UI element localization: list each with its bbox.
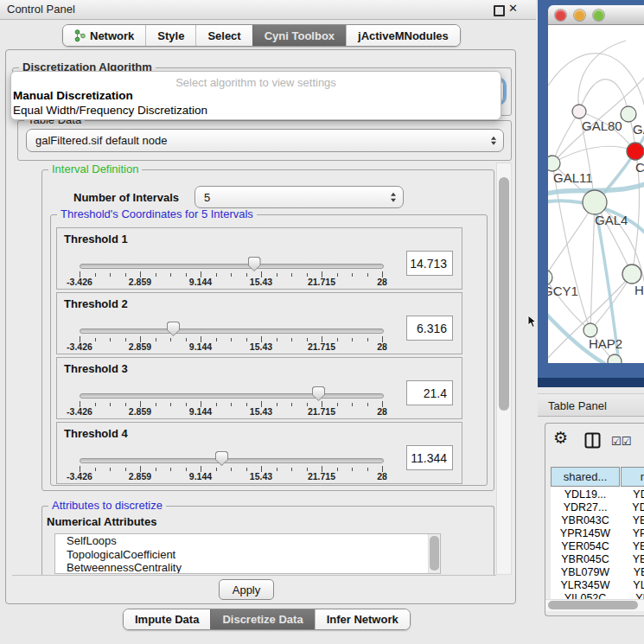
close-traffic-light[interactable]: [555, 10, 566, 21]
threshold-label: Threshold 3: [64, 362, 128, 375]
table-cell[interactable]: YDL19...: [551, 488, 620, 501]
tick-label: -3.426: [67, 341, 92, 352]
list-scrollbar-track[interactable]: [428, 534, 440, 573]
threshold-value-field[interactable]: 6.316: [406, 316, 453, 341]
slider-track[interactable]: [80, 328, 384, 334]
tick-mark: [95, 273, 96, 277]
slider-track[interactable]: [80, 264, 384, 269]
tab-network[interactable]: Network: [63, 25, 145, 46]
table-cell[interactable]: YBR043C: [551, 513, 620, 526]
slider-handle[interactable]: [312, 386, 325, 401]
network-node-gal80[interactable]: [572, 105, 586, 118]
tab-select[interactable]: Select: [195, 25, 252, 46]
zoom-traffic-light[interactable]: [593, 10, 604, 21]
tick-label: -3.426: [67, 277, 92, 287]
checkboxes-icon[interactable]: ☑☑: [611, 435, 631, 448]
table-cell[interactable]: YDR2: [621, 501, 644, 513]
attributes-group-title: Attributes to discretize: [48, 500, 166, 512]
table-cell[interactable]: YBR0: [621, 513, 644, 526]
table-cell[interactable]: YBR045C: [551, 552, 620, 565]
network-edge[interactable]: [548, 202, 595, 277]
tab-style[interactable]: Style: [145, 25, 195, 46]
table-data-combo-value: galFiltered.sif default node: [35, 134, 167, 147]
num-intervals-combo[interactable]: 5: [194, 186, 404, 208]
network-edge[interactable]: [552, 112, 579, 163]
tab-jactivemnodules[interactable]: jActiveMNodules: [346, 25, 460, 46]
algorithm-option-manual[interactable]: Manual Discretization: [13, 89, 133, 102]
node-table[interactable]: shared...naYDL19...YDL1YDR27...YDR2YBR04…: [551, 467, 644, 599]
algorithm-option-equal-width[interactable]: Equal Width/Frequency Discretization: [13, 104, 207, 117]
slider-handle[interactable]: [167, 322, 180, 336]
table-panel-title: Table Panel: [548, 399, 607, 412]
table-cell[interactable]: YBL0: [621, 565, 644, 578]
column-header-shared-[interactable]: shared...: [551, 467, 620, 487]
network-edge[interactable]: [578, 41, 626, 112]
tick-mark: [186, 403, 187, 406]
table-cell[interactable]: YER054C: [551, 539, 620, 552]
minimize-traffic-light[interactable]: [574, 10, 585, 21]
float-window-icon[interactable]: [494, 5, 505, 16]
tick-label: 15.43: [250, 406, 272, 417]
network-node-hap2[interactable]: [583, 323, 597, 337]
slider-track[interactable]: [80, 393, 384, 399]
slider-handle[interactable]: [248, 257, 261, 271]
list-scrollbar-thumb[interactable]: [430, 536, 439, 571]
network-edge[interactable]: [579, 80, 628, 114]
table-cell[interactable]: YDR27...: [551, 501, 620, 513]
panel-scrollbar-thumb[interactable]: [499, 177, 509, 411]
tick-label: 21.715: [308, 406, 335, 417]
numerical-attributes-list[interactable]: SelfLoopsTopologicalCoefficientBetweenne…: [54, 533, 441, 574]
attribute-item-selfloops[interactable]: SelfLoops: [55, 534, 440, 548]
threshold-value-field[interactable]: 14.713: [406, 251, 453, 276]
network-node-gal4[interactable]: [583, 190, 607, 214]
network-graph[interactable]: GAL80GACGAL11GAL4GCY1HHAP2: [548, 25, 644, 363]
table-cell[interactable]: YBL079W: [551, 565, 620, 578]
table-hscrollbar-thumb[interactable]: [548, 601, 638, 609]
attribute-item-topologicalcoefficient[interactable]: TopologicalCoefficient: [55, 548, 440, 562]
threshold-box-4: Threshold 4-3.4262.8599.14415.4321.71528…: [56, 422, 462, 484]
apply-button[interactable]: Apply: [219, 579, 274, 600]
handle-face: [168, 322, 179, 335]
threshold-label: Threshold 4: [64, 427, 128, 440]
slider-handle[interactable]: [215, 451, 228, 466]
gear-icon[interactable]: ⚙: [553, 430, 568, 446]
table-cell[interactable]: YLR345W: [551, 578, 620, 591]
network-node-ga[interactable]: [621, 106, 636, 122]
network-node-gal11[interactable]: [548, 156, 560, 171]
table-cell[interactable]: YER0: [621, 539, 644, 552]
attribute-item-betweennesscentrality[interactable]: BetweennessCentrality: [55, 561, 440, 574]
table-cell[interactable]: YIL0: [621, 591, 644, 599]
tick-label: 21.715: [308, 341, 335, 352]
split-columns-glyph: [584, 432, 601, 449]
network-edge[interactable]: [548, 54, 644, 107]
network-edge[interactable]: [552, 146, 635, 163]
bottom-tab-impute-data[interactable]: Impute Data: [124, 609, 210, 629]
slider-track[interactable]: [80, 458, 384, 463]
table-cell[interactable]: YPR1: [621, 526, 644, 539]
table-cell[interactable]: YPR145W: [551, 526, 620, 539]
node-label: C: [635, 160, 644, 175]
split-columns-icon[interactable]: [584, 432, 601, 452]
table-cell[interactable]: YDL1: [621, 488, 644, 501]
tab-label: Cyni Toolbox: [265, 29, 335, 42]
table-data-combo[interactable]: galFiltered.sif default node: [26, 129, 504, 152]
network-canvas[interactable]: GAL80GACGAL11GAL4GCY1HHAP2: [548, 25, 644, 363]
network-node-h[interactable]: [622, 265, 641, 284]
network-window-titlebar[interactable]: [548, 5, 644, 25]
bottom-tab-infer-network[interactable]: Infer Network: [315, 609, 410, 629]
tick-label: -3.426: [67, 471, 92, 481]
column-header-na[interactable]: na: [621, 467, 644, 487]
table-cell[interactable]: YLR3: [621, 578, 644, 591]
bottom-tab-discretize-data[interactable]: Discretize Data: [210, 609, 314, 629]
table-cell[interactable]: YBR0: [621, 552, 644, 565]
network-node[interactable]: [608, 354, 622, 363]
node-label: GA: [633, 122, 644, 137]
table-cell[interactable]: YIL052C: [551, 591, 620, 599]
threshold-value-field[interactable]: 21.4: [406, 380, 453, 405]
network-node-c[interactable]: [627, 143, 644, 160]
tab-cyni-toolbox[interactable]: Cyni Toolbox: [252, 25, 346, 46]
tick-mark: [246, 468, 247, 471]
tick-mark: [170, 403, 171, 406]
close-icon[interactable]: ✕: [508, 2, 518, 15]
threshold-value-field[interactable]: 11.344: [406, 445, 453, 470]
